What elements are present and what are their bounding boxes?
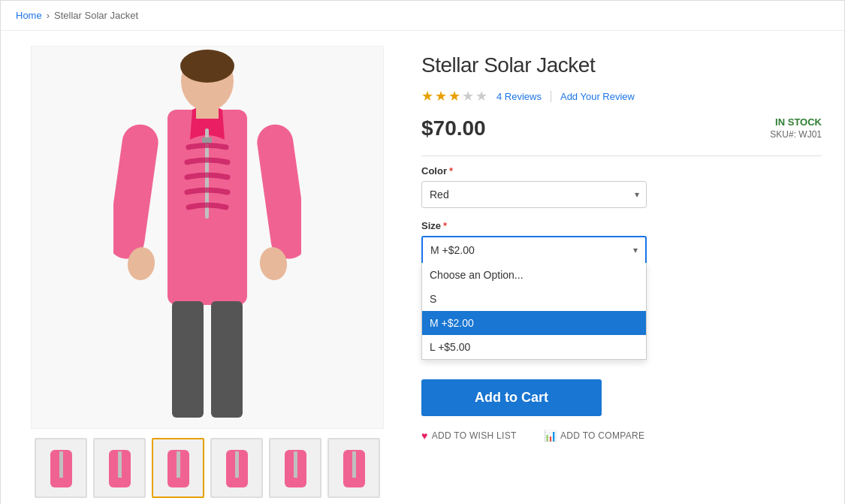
star-2: ★ — [435, 88, 447, 104]
svg-rect-13 — [59, 451, 63, 478]
star-1: ★ — [421, 88, 433, 104]
svg-rect-19 — [235, 451, 239, 478]
size-dropdown-list: Choose an Option... S M +$2.00 L +$5.00 — [421, 263, 647, 360]
size-required: * — [443, 220, 447, 231]
product-details: Stellar Solar Jacket ★ ★ ★ ★ ★ 4 Reviews… — [421, 46, 822, 498]
add-review-link[interactable]: Add Your Review — [551, 91, 635, 102]
svg-rect-11 — [196, 104, 219, 119]
thumbnails — [35, 438, 380, 498]
thumbnail-2[interactable] — [93, 438, 146, 498]
star-rating: ★ ★ ★ ★ ★ — [421, 88, 487, 104]
compare-label: ADD TO COMPARE — [560, 430, 644, 441]
add-to-cart-button[interactable]: Add to Cart — [421, 379, 602, 416]
compare-link[interactable]: 📊 ADD TO COMPARE — [544, 430, 645, 442]
breadcrumb-home[interactable]: Home — [16, 10, 42, 21]
color-select-wrapper: Red Blue Green ▾ — [421, 181, 647, 208]
thumbnail-6[interactable] — [327, 438, 380, 498]
heart-icon: ♥ — [421, 430, 428, 442]
svg-rect-15 — [118, 451, 122, 478]
svg-rect-6 — [202, 137, 212, 143]
size-display-box[interactable]: M +$2.00 ▾ — [421, 236, 647, 263]
size-label: Size* — [421, 220, 822, 231]
color-label: Color* — [421, 165, 822, 177]
size-current-value: M +$2.00 — [430, 244, 475, 256]
product-images — [23, 46, 391, 498]
sku-label: SKU#: — [770, 129, 796, 140]
size-chevron-icon: ▾ — [633, 245, 638, 255]
stock-status: IN STOCK — [770, 116, 822, 128]
main-content: Stellar Solar Jacket ★ ★ ★ ★ ★ 4 Reviews… — [1, 31, 844, 504]
thumbnail-5[interactable] — [269, 438, 321, 498]
svg-rect-17 — [177, 451, 180, 478]
size-option-group: Size* M +$2.00 ▾ Choose an Option... S M… — [421, 220, 822, 360]
product-image-svg — [113, 50, 301, 425]
thumbnail-4[interactable] — [210, 438, 263, 498]
main-image — [31, 46, 384, 429]
divider-1 — [421, 155, 822, 156]
size-option-placeholder[interactable]: Choose an Option... — [422, 263, 646, 287]
star-3: ★ — [448, 88, 460, 104]
color-required: * — [449, 165, 453, 177]
svg-rect-10 — [211, 301, 243, 418]
product-title: Stellar Solar Jacket — [421, 53, 822, 77]
thumbnail-3[interactable] — [152, 438, 204, 498]
reviews-link[interactable]: 4 Reviews — [496, 91, 542, 102]
stock-info: IN STOCK SKU#: WJ01 — [770, 116, 822, 140]
size-option-l[interactable]: L +$5.00 — [422, 335, 646, 359]
thumbnail-1[interactable] — [35, 438, 87, 498]
product-sku: SKU#: WJ01 — [770, 129, 822, 140]
svg-point-1 — [180, 50, 234, 83]
color-select[interactable]: Red Blue Green — [421, 181, 647, 208]
chart-icon: 📊 — [544, 430, 557, 442]
page-wrapper: Home › Stellar Solar Jacket — [0, 0, 845, 504]
svg-rect-2 — [113, 122, 161, 261]
price-stock-row: $70.00 IN STOCK SKU#: WJ01 — [421, 116, 822, 140]
breadcrumb: Home › Stellar Solar Jacket — [1, 1, 844, 31]
size-option-m[interactable]: M +$2.00 — [422, 311, 646, 335]
star-5: ★ — [475, 88, 487, 104]
action-links: ♥ ADD TO WISH LIST 📊 ADD TO COMPARE — [421, 430, 822, 442]
wishlist-link[interactable]: ♥ ADD TO WISH LIST — [421, 430, 517, 442]
breadcrumb-separator: › — [47, 10, 50, 21]
breadcrumb-current: Stellar Solar Jacket — [54, 10, 138, 21]
svg-rect-23 — [352, 451, 356, 478]
sku-value: WJ01 — [798, 129, 822, 140]
color-option-group: Color* Red Blue Green ▾ — [421, 165, 822, 208]
size-option-s[interactable]: S — [422, 287, 646, 311]
star-4: ★ — [462, 88, 474, 104]
svg-rect-21 — [294, 451, 297, 478]
rating-row: ★ ★ ★ ★ ★ 4 Reviews Add Your Review — [421, 88, 822, 104]
svg-rect-3 — [255, 122, 301, 261]
size-select-container: M +$2.00 ▾ Choose an Option... S M +$2.0… — [421, 236, 647, 360]
product-price: $70.00 — [421, 116, 486, 140]
wishlist-label: ADD TO WISH LIST — [432, 430, 517, 441]
svg-rect-9 — [172, 301, 204, 418]
